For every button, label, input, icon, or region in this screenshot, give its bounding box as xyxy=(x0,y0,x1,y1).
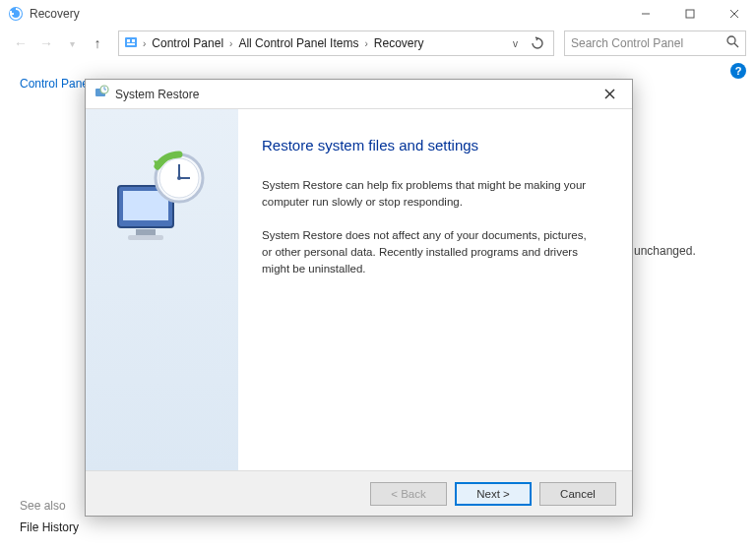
system-restore-clock-icon xyxy=(108,149,217,247)
refresh-button[interactable] xyxy=(526,31,549,55)
breadcrumb-item[interactable]: Recovery xyxy=(372,36,426,50)
dialog-sidebar xyxy=(86,109,238,470)
svg-rect-6 xyxy=(127,39,130,42)
close-button[interactable] xyxy=(712,0,756,28)
nav-forward-button[interactable]: → xyxy=(35,32,57,54)
dialog-title: System Restore xyxy=(115,88,595,101)
dialog-body: Restore system files and settings System… xyxy=(86,109,632,470)
dialog-close-button[interactable] xyxy=(595,81,624,108)
dialog-heading: Restore system files and settings xyxy=(262,137,608,153)
next-button[interactable]: Next > xyxy=(455,482,532,506)
breadcrumb-item[interactable]: All Control Panel Items xyxy=(236,36,360,50)
see-also-heading: See also xyxy=(20,499,66,513)
nav-up-button[interactable]: ↑ xyxy=(87,32,108,54)
svg-rect-17 xyxy=(136,229,156,235)
breadcrumb-item[interactable]: Control Panel xyxy=(150,36,225,50)
navbar: ← → ▾ ↑ › Control Panel › All Control Pa… xyxy=(0,28,756,59)
recent-locations-button[interactable]: ▾ xyxy=(61,32,83,54)
chevron-right-icon: › xyxy=(229,38,232,49)
svg-point-9 xyxy=(727,36,735,44)
svg-rect-18 xyxy=(128,235,163,240)
cancel-button[interactable]: Cancel xyxy=(539,482,616,506)
search-icon xyxy=(726,35,739,51)
dialog-content: Restore system files and settings System… xyxy=(238,109,632,470)
dialog-paragraph: System Restore can help fix problems tha… xyxy=(262,177,597,210)
window-controls xyxy=(623,0,756,28)
breadcrumb[interactable]: › Control Panel › All Control Panel Item… xyxy=(118,31,554,56)
chevron-right-icon: › xyxy=(364,38,367,49)
system-restore-icon xyxy=(94,85,109,103)
svg-rect-5 xyxy=(125,37,137,47)
dialog-titlebar: System Restore xyxy=(86,80,632,109)
chevron-down-icon[interactable]: v xyxy=(513,38,518,49)
svg-rect-8 xyxy=(127,43,135,45)
system-restore-dialog: System Restore xyxy=(85,79,633,517)
dialog-paragraph: System Restore does not affect any of yo… xyxy=(262,227,597,276)
dialog-footer: < Back Next > Cancel xyxy=(86,470,632,516)
file-history-link[interactable]: File History xyxy=(20,520,79,534)
svg-rect-7 xyxy=(132,39,135,42)
search-placeholder: Search Control Panel xyxy=(571,36,683,50)
chevron-right-icon: › xyxy=(143,38,146,49)
search-input[interactable]: Search Control Panel xyxy=(564,31,746,56)
maximize-button[interactable] xyxy=(667,0,712,28)
nav-back-button[interactable]: ← xyxy=(10,32,32,54)
back-button: < Back xyxy=(370,482,447,506)
svg-line-10 xyxy=(734,43,738,47)
background-text-fragment: ic unchanged. xyxy=(622,244,696,258)
svg-point-23 xyxy=(177,176,181,180)
control-panel-icon xyxy=(123,35,139,51)
svg-rect-2 xyxy=(686,10,694,18)
minimize-button[interactable] xyxy=(623,0,667,28)
recovery-app-icon xyxy=(8,6,24,22)
